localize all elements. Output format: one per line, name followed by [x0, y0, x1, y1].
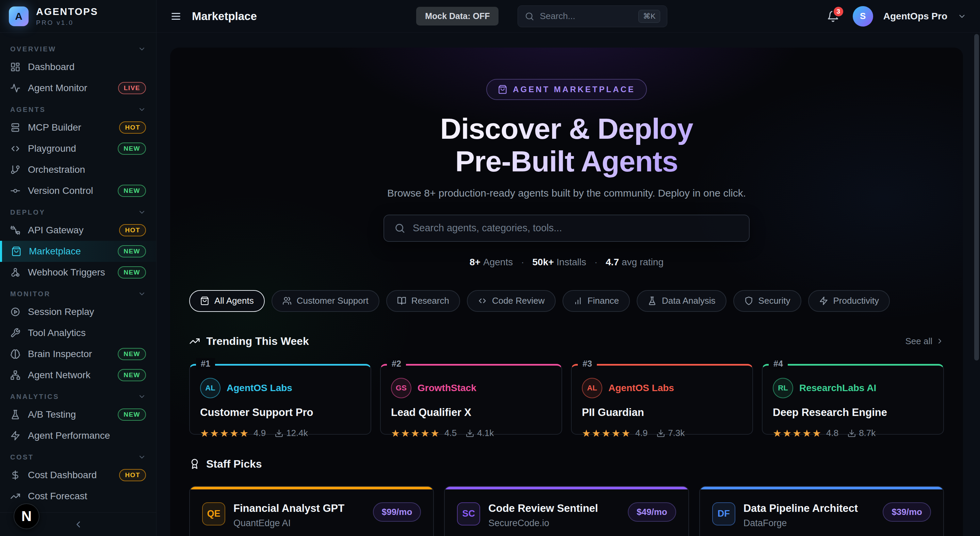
vendor-name: AgentOS Labs [608, 383, 674, 393]
menu-icon[interactable] [170, 11, 182, 22]
nextjs-dev-badge[interactable]: N [14, 503, 40, 529]
filter-code-review[interactable]: Code Review [467, 290, 556, 312]
sidebar-item-orchestration[interactable]: Orchestration [5, 159, 151, 180]
shopping-bag-icon [11, 246, 21, 257]
section-cost[interactable]: COST [5, 446, 151, 465]
chevron-left-icon [73, 519, 83, 530]
download-icon [466, 429, 474, 438]
trending-header: Trending This Week See all [189, 335, 944, 347]
trending-card[interactable]: #2 GS GrowthStack Lead Qualifier X ★★★★★… [380, 364, 562, 435]
vendor-name: DataForge [743, 518, 858, 528]
page-scrollbar[interactable] [974, 34, 979, 536]
price-badge: $99/mo [373, 502, 421, 522]
hot-badge: HOT [119, 121, 146, 134]
agent-name: PII Guardian [582, 406, 742, 419]
filter-data-analysis[interactable]: Data Analysis [637, 290, 727, 312]
trending-title: Trending This Week [206, 335, 309, 347]
new-badge: NEW [118, 408, 146, 421]
rank-label: #4 [769, 358, 788, 369]
notifications-button[interactable]: 3 [827, 10, 839, 22]
chevron-down-icon [138, 290, 146, 298]
sidebar-item-agent-monitor[interactable]: Agent Monitor LIVE [5, 78, 151, 98]
vendor-name: SecureCode.io [488, 518, 598, 528]
staff-picks-header: Staff Picks [189, 458, 944, 470]
price-badge: $39/mo [883, 502, 931, 522]
bolt-icon [819, 296, 828, 305]
filter-all-agents[interactable]: All Agents [189, 290, 265, 312]
star-rating: ★★★★★ [773, 428, 822, 439]
sidebar-item-agent-network[interactable]: Agent Network NEW [5, 365, 151, 386]
section-deploy[interactable]: DEPLOY [5, 201, 151, 220]
sidebar-item-tool-analytics[interactable]: Tool Analytics [5, 322, 151, 344]
hero: AGENT MARKETPLACE Discover & Deploy Pre-… [189, 48, 944, 268]
section-analytics[interactable]: ANALYTICS [5, 386, 151, 404]
hero-title-line1: Discover & Deploy [189, 112, 944, 145]
brand-version: PRO v1.0 [36, 19, 98, 27]
section-agents[interactable]: AGENTS [5, 98, 151, 117]
sidebar-item-dashboard[interactable]: Dashboard [5, 57, 151, 78]
trending-card[interactable]: #3 AL AgentOS Labs PII Guardian ★★★★★ 4.… [571, 364, 753, 435]
filter-security[interactable]: Security [733, 290, 801, 312]
agent-name: Data Pipeline Architect [743, 502, 858, 515]
sidebar-item-brain-inspector[interactable]: Brain Inspector NEW [5, 344, 151, 365]
new-badge: NEW [118, 369, 146, 381]
vendor-avatar: RL [773, 378, 793, 398]
sidebar-item-session-replay[interactable]: Session Replay [5, 301, 151, 322]
sidebar-item-api-gateway[interactable]: API Gateway HOT [5, 220, 151, 241]
staff-pick-card[interactable]: DF Data Pipeline Architect DataForge $39… [699, 486, 944, 536]
dollar-icon [10, 470, 21, 480]
agent-avatar: DF [712, 502, 735, 525]
filter-productivity[interactable]: Productivity [808, 290, 890, 312]
filter-customer-support[interactable]: Customer Support [272, 290, 379, 312]
section-monitor[interactable]: MONITOR [5, 283, 151, 301]
sidebar-item-cost-dashboard[interactable]: Cost Dashboard HOT [5, 465, 151, 486]
code-icon [10, 144, 21, 154]
agent-avatar: QE [202, 502, 225, 525]
sidebar-item-version-control[interactable]: Version Control NEW [5, 180, 151, 201]
hero-badge: AGENT MARKETPLACE [486, 79, 647, 100]
sidebar-item-playground[interactable]: Playground NEW [5, 138, 151, 159]
marketplace-search-input[interactable] [413, 222, 739, 234]
trending-card[interactable]: #1 AL AgentOS Labs Customer Support Pro … [189, 364, 371, 435]
trending-card[interactable]: #4 RL ResearchLabs AI Deep Research Engi… [762, 364, 944, 435]
chevron-down-icon[interactable] [958, 12, 966, 21]
sidebar: A AGENTOPS PRO v1.0 OVERVIEW Dashboard A… [0, 0, 156, 536]
play-circle-icon [10, 307, 21, 317]
mock-data-toggle[interactable]: Mock Data: OFF [416, 7, 498, 25]
sidebar-item-agent-performance[interactable]: Agent Performance [5, 425, 151, 446]
download-icon [847, 429, 856, 438]
header-search[interactable]: ⌘K [517, 5, 667, 27]
marketplace-stats: 8+Agents · 50k+Installs · 4.7avg rating [189, 257, 944, 268]
award-icon [189, 458, 200, 469]
chevron-down-icon [138, 45, 146, 53]
shield-icon [744, 296, 753, 305]
flask-icon [10, 409, 21, 420]
stat-agents: 8+Agents [469, 257, 513, 268]
filter-research[interactable]: Research [386, 290, 460, 312]
star-rating: ★★★★★ [582, 428, 631, 439]
header-search-input[interactable] [540, 11, 633, 21]
price-badge: $49/mo [628, 502, 676, 522]
user-avatar[interactable]: S [853, 6, 873, 27]
live-badge: LIVE [118, 82, 146, 94]
filter-finance[interactable]: Finance [563, 290, 630, 312]
sidebar-item-webhook-triggers[interactable]: Webhook Triggers NEW [5, 262, 151, 283]
hero-title-line2: Pre-Built Agents [189, 145, 944, 178]
new-badge: NEW [118, 266, 146, 279]
sidebar-item-mcp-builder[interactable]: MCP Builder HOT [5, 117, 151, 138]
sidebar-item-ab-testing[interactable]: A/B Testing NEW [5, 404, 151, 425]
code-icon [478, 296, 487, 305]
staff-pick-card[interactable]: QE Financial Analyst GPT QuantEdge AI $9… [189, 486, 434, 536]
new-badge: NEW [118, 143, 146, 155]
marketplace-search[interactable] [383, 215, 749, 242]
staff-pick-card[interactable]: SC Code Review Sentinel SecureCode.io $4… [444, 486, 689, 536]
scrollbar-thumb[interactable] [974, 34, 979, 360]
sidebar-item-marketplace[interactable]: Marketplace NEW [0, 241, 156, 262]
rating-value: 4.9 [635, 428, 648, 438]
users-icon [282, 296, 292, 305]
agent-name: Lead Qualifier X [391, 406, 551, 419]
network-icon [10, 370, 21, 380]
agent-name: Customer Support Pro [200, 406, 360, 419]
see-all-link[interactable]: See all [905, 336, 944, 347]
section-overview[interactable]: OVERVIEW [5, 38, 151, 57]
